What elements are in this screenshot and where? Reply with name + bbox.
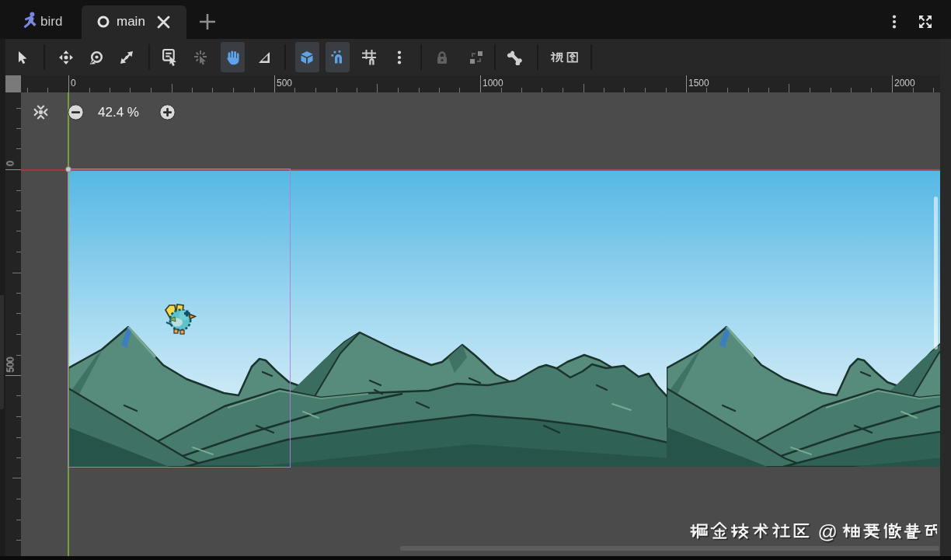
svg-text:@: @ xyxy=(818,521,838,543)
